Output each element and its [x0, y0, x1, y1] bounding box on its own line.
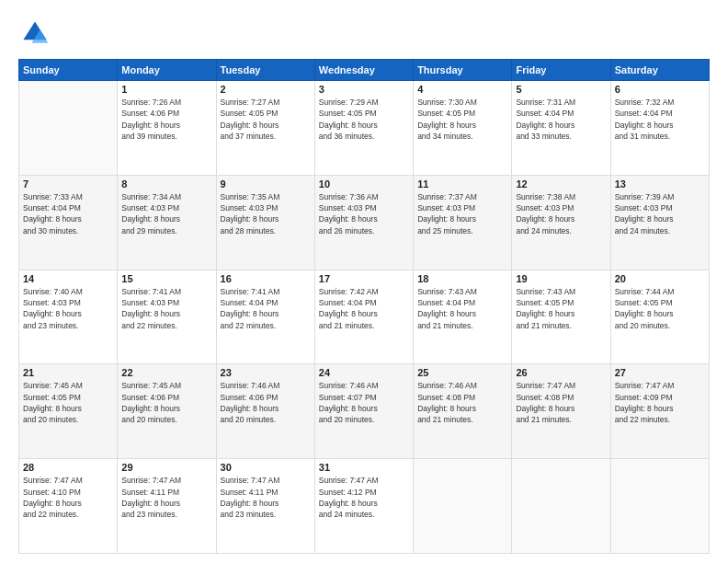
- day-info: Sunrise: 7:29 AM Sunset: 4:05 PM Dayligh…: [319, 97, 409, 142]
- calendar-cell: 13Sunrise: 7:39 AM Sunset: 4:03 PM Dayli…: [610, 175, 709, 270]
- calendar-cell: 16Sunrise: 7:41 AM Sunset: 4:04 PM Dayli…: [216, 270, 314, 364]
- day-info: Sunrise: 7:43 AM Sunset: 4:04 PM Dayligh…: [417, 286, 507, 331]
- day-info: Sunrise: 7:36 AM Sunset: 4:03 PM Dayligh…: [319, 191, 409, 236]
- weekday-header-wednesday: Wednesday: [314, 60, 413, 81]
- day-number: 12: [516, 178, 606, 190]
- calendar-cell: [414, 459, 512, 554]
- weekday-header-saturday: Saturday: [610, 60, 709, 81]
- day-number: 14: [23, 273, 113, 284]
- week-row-1: 1Sunrise: 7:26 AM Sunset: 4:06 PM Daylig…: [19, 81, 710, 176]
- day-info: Sunrise: 7:38 AM Sunset: 4:03 PM Dayligh…: [516, 191, 606, 236]
- calendar-cell: 21Sunrise: 7:45 AM Sunset: 4:05 PM Dayli…: [19, 364, 118, 459]
- day-info: Sunrise: 7:46 AM Sunset: 4:08 PM Dayligh…: [417, 380, 507, 425]
- calendar-cell: 9Sunrise: 7:35 AM Sunset: 4:03 PM Daylig…: [216, 175, 314, 270]
- calendar-cell: 22Sunrise: 7:45 AM Sunset: 4:06 PM Dayli…: [118, 364, 216, 459]
- calendar-cell: 30Sunrise: 7:47 AM Sunset: 4:11 PM Dayli…: [216, 459, 314, 554]
- day-number: 2: [221, 84, 311, 95]
- logo-icon: [18, 17, 51, 50]
- day-number: 16: [221, 273, 311, 284]
- day-number: 31: [319, 462, 409, 473]
- calendar-cell: 29Sunrise: 7:47 AM Sunset: 4:11 PM Dayli…: [118, 459, 216, 554]
- calendar-cell: 1Sunrise: 7:26 AM Sunset: 4:06 PM Daylig…: [118, 81, 216, 176]
- day-number: 24: [319, 367, 409, 378]
- day-info: Sunrise: 7:44 AM Sunset: 4:05 PM Dayligh…: [615, 286, 705, 331]
- day-number: 18: [417, 273, 507, 284]
- calendar-cell: 31Sunrise: 7:47 AM Sunset: 4:12 PM Dayli…: [314, 459, 413, 554]
- calendar-cell: [610, 459, 709, 554]
- day-number: 20: [615, 273, 705, 284]
- calendar-cell: 14Sunrise: 7:40 AM Sunset: 4:03 PM Dayli…: [19, 270, 118, 364]
- day-number: 22: [121, 367, 211, 378]
- calendar-cell: 20Sunrise: 7:44 AM Sunset: 4:05 PM Dayli…: [610, 270, 709, 364]
- day-info: Sunrise: 7:33 AM Sunset: 4:04 PM Dayligh…: [23, 191, 113, 236]
- day-info: Sunrise: 7:43 AM Sunset: 4:05 PM Dayligh…: [516, 286, 606, 331]
- day-info: Sunrise: 7:45 AM Sunset: 4:06 PM Dayligh…: [121, 380, 211, 425]
- page: SundayMondayTuesdayWednesdayThursdayFrid…: [0, 0, 728, 563]
- day-info: Sunrise: 7:47 AM Sunset: 4:09 PM Dayligh…: [615, 380, 705, 425]
- day-number: 21: [23, 367, 113, 378]
- day-number: 30: [221, 462, 311, 473]
- calendar-cell: 3Sunrise: 7:29 AM Sunset: 4:05 PM Daylig…: [314, 81, 413, 176]
- day-number: 13: [615, 178, 705, 190]
- calendar-cell: 11Sunrise: 7:37 AM Sunset: 4:03 PM Dayli…: [414, 175, 512, 270]
- calendar-cell: 12Sunrise: 7:38 AM Sunset: 4:03 PM Dayli…: [512, 175, 610, 270]
- week-row-5: 28Sunrise: 7:47 AM Sunset: 4:10 PM Dayli…: [19, 459, 710, 554]
- day-number: 6: [615, 84, 705, 95]
- calendar-cell: 25Sunrise: 7:46 AM Sunset: 4:08 PM Dayli…: [414, 364, 512, 459]
- calendar-cell: 27Sunrise: 7:47 AM Sunset: 4:09 PM Dayli…: [610, 364, 709, 459]
- calendar-cell: 19Sunrise: 7:43 AM Sunset: 4:05 PM Dayli…: [512, 270, 610, 364]
- calendar-cell: 7Sunrise: 7:33 AM Sunset: 4:04 PM Daylig…: [19, 175, 118, 270]
- week-row-3: 14Sunrise: 7:40 AM Sunset: 4:03 PM Dayli…: [19, 270, 710, 364]
- day-info: Sunrise: 7:42 AM Sunset: 4:04 PM Dayligh…: [319, 286, 409, 331]
- day-info: Sunrise: 7:47 AM Sunset: 4:11 PM Dayligh…: [221, 475, 311, 520]
- calendar-cell: [19, 81, 118, 176]
- day-number: 23: [221, 367, 311, 378]
- calendar-cell: 28Sunrise: 7:47 AM Sunset: 4:10 PM Dayli…: [19, 459, 118, 554]
- day-number: 15: [121, 273, 211, 284]
- day-info: Sunrise: 7:35 AM Sunset: 4:03 PM Dayligh…: [221, 191, 311, 236]
- day-info: Sunrise: 7:32 AM Sunset: 4:04 PM Dayligh…: [615, 97, 705, 142]
- calendar-table: SundayMondayTuesdayWednesdayThursdayFrid…: [18, 59, 710, 554]
- day-number: 7: [23, 178, 113, 190]
- calendar-cell: 6Sunrise: 7:32 AM Sunset: 4:04 PM Daylig…: [610, 81, 709, 176]
- day-info: Sunrise: 7:47 AM Sunset: 4:12 PM Dayligh…: [319, 475, 409, 520]
- day-info: Sunrise: 7:41 AM Sunset: 4:03 PM Dayligh…: [121, 286, 211, 331]
- day-number: 4: [417, 84, 507, 95]
- day-number: 3: [319, 84, 409, 95]
- day-info: Sunrise: 7:27 AM Sunset: 4:05 PM Dayligh…: [221, 97, 311, 142]
- week-row-4: 21Sunrise: 7:45 AM Sunset: 4:05 PM Dayli…: [19, 364, 710, 459]
- calendar-cell: 2Sunrise: 7:27 AM Sunset: 4:05 PM Daylig…: [216, 81, 314, 176]
- weekday-header-monday: Monday: [118, 60, 216, 81]
- calendar-cell: 18Sunrise: 7:43 AM Sunset: 4:04 PM Dayli…: [414, 270, 512, 364]
- weekday-header-tuesday: Tuesday: [216, 60, 314, 81]
- day-number: 25: [417, 367, 507, 378]
- logo: [18, 17, 55, 50]
- day-number: 5: [516, 84, 606, 95]
- day-info: Sunrise: 7:45 AM Sunset: 4:05 PM Dayligh…: [23, 380, 113, 425]
- day-number: 28: [23, 462, 113, 473]
- day-info: Sunrise: 7:34 AM Sunset: 4:03 PM Dayligh…: [121, 191, 211, 236]
- day-info: Sunrise: 7:47 AM Sunset: 4:10 PM Dayligh…: [23, 475, 113, 520]
- calendar-cell: 17Sunrise: 7:42 AM Sunset: 4:04 PM Dayli…: [314, 270, 413, 364]
- day-info: Sunrise: 7:47 AM Sunset: 4:11 PM Dayligh…: [121, 475, 211, 520]
- weekday-header-friday: Friday: [512, 60, 610, 81]
- day-info: Sunrise: 7:46 AM Sunset: 4:07 PM Dayligh…: [319, 380, 409, 425]
- calendar-cell: 10Sunrise: 7:36 AM Sunset: 4:03 PM Dayli…: [314, 175, 413, 270]
- calendar-cell: 4Sunrise: 7:30 AM Sunset: 4:05 PM Daylig…: [414, 81, 512, 176]
- day-number: 1: [121, 84, 211, 95]
- day-number: 11: [417, 178, 507, 190]
- day-number: 19: [516, 273, 606, 284]
- weekday-header-sunday: Sunday: [19, 60, 118, 81]
- day-number: 8: [121, 178, 211, 190]
- calendar-cell: 26Sunrise: 7:47 AM Sunset: 4:08 PM Dayli…: [512, 364, 610, 459]
- calendar-cell: 15Sunrise: 7:41 AM Sunset: 4:03 PM Dayli…: [118, 270, 216, 364]
- calendar-cell: 24Sunrise: 7:46 AM Sunset: 4:07 PM Dayli…: [314, 364, 413, 459]
- day-number: 26: [516, 367, 606, 378]
- day-number: 9: [221, 178, 311, 190]
- week-row-2: 7Sunrise: 7:33 AM Sunset: 4:04 PM Daylig…: [19, 175, 710, 270]
- day-number: 17: [319, 273, 409, 284]
- weekday-header-thursday: Thursday: [414, 60, 512, 81]
- day-info: Sunrise: 7:40 AM Sunset: 4:03 PM Dayligh…: [23, 286, 113, 331]
- day-number: 10: [319, 178, 409, 190]
- calendar-cell: [512, 459, 610, 554]
